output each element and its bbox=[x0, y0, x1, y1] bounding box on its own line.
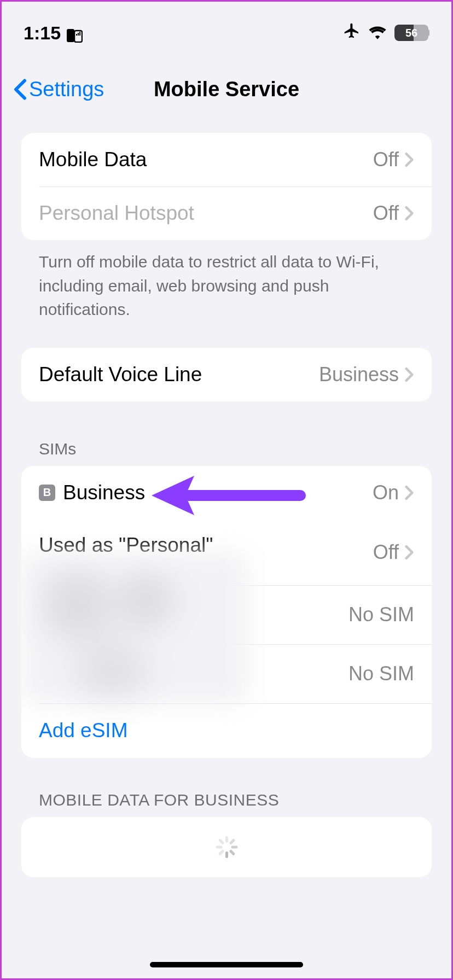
home-indicator[interactable] bbox=[150, 962, 303, 967]
svg-rect-2 bbox=[76, 34, 77, 36]
status-time: 1:15 bbox=[24, 22, 61, 44]
wifi-icon bbox=[368, 22, 387, 44]
mobile-data-business-header: MOBILE DATA FOR BUSINESS bbox=[21, 791, 432, 817]
svg-rect-3 bbox=[78, 33, 79, 36]
redacted-area bbox=[21, 552, 247, 703]
chevron-right-icon bbox=[404, 151, 414, 168]
status-bar: 1:15 56 bbox=[2, 2, 451, 51]
sim-slot3-value: No SIM bbox=[349, 603, 414, 626]
row-mobile-data[interactable]: Mobile Data Off bbox=[21, 133, 432, 186]
chevron-left-icon bbox=[14, 78, 27, 100]
back-label: Settings bbox=[29, 78, 104, 101]
svg-rect-0 bbox=[67, 29, 74, 42]
default-voice-label: Default Voice Line bbox=[39, 363, 202, 386]
chevron-right-icon bbox=[404, 205, 414, 221]
sim-personal-value: Off bbox=[373, 541, 399, 564]
svg-rect-1 bbox=[74, 31, 82, 42]
row-default-voice-line[interactable]: Default Voice Line Business bbox=[21, 348, 432, 401]
default-voice-value: Business bbox=[319, 363, 399, 386]
add-esim-link: Add eSIM bbox=[39, 719, 127, 742]
airplane-mode-icon bbox=[343, 22, 361, 44]
battery-icon: 56 bbox=[394, 25, 429, 41]
row-sim-business[interactable]: B Business On bbox=[21, 466, 432, 520]
group1-footer: Turn off mobile data to restrict all dat… bbox=[21, 240, 432, 322]
page-title: Mobile Service bbox=[154, 78, 299, 101]
hotspot-label: Personal Hotspot bbox=[39, 202, 194, 225]
chevron-right-icon bbox=[404, 366, 414, 383]
dual-sim-icon bbox=[66, 26, 83, 40]
sim-badge-icon: B bbox=[39, 485, 55, 501]
sims-header: SIMs bbox=[21, 440, 432, 466]
svg-rect-4 bbox=[79, 32, 80, 36]
sim-business-label: Business bbox=[63, 481, 145, 504]
spinner-icon bbox=[216, 836, 237, 858]
row-add-esim[interactable]: Add eSIM bbox=[21, 703, 432, 758]
sim-business-value: On bbox=[373, 481, 399, 504]
mobile-data-label: Mobile Data bbox=[39, 148, 147, 171]
loading-row bbox=[21, 817, 432, 877]
sim-slot4-value: No SIM bbox=[349, 662, 414, 685]
chevron-right-icon bbox=[404, 485, 414, 501]
nav-header: Settings Mobile Service bbox=[2, 62, 451, 116]
mobile-data-value: Off bbox=[373, 148, 399, 171]
back-button[interactable]: Settings bbox=[14, 78, 104, 101]
hotspot-value: Off bbox=[373, 202, 399, 225]
row-personal-hotspot[interactable]: Personal Hotspot Off bbox=[21, 186, 432, 240]
chevron-right-icon bbox=[404, 544, 414, 561]
